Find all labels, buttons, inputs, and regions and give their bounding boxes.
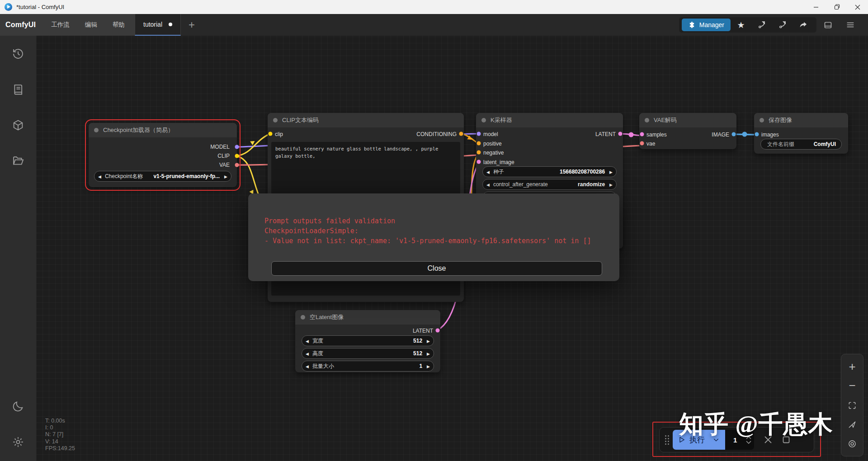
next-arrow-icon[interactable] <box>427 350 430 357</box>
node-save-image[interactable]: 保存图像 images 文件名前缀 ComfyUI <box>754 113 848 154</box>
ckpt-name-widget[interactable]: Checkpoint名称 v1-5-pruned-emaonly-fp... <box>94 171 231 182</box>
folder-open-icon <box>12 155 24 167</box>
maximize-button[interactable] <box>826 0 847 14</box>
collapse-dot-icon[interactable] <box>645 118 649 122</box>
next-arrow-icon[interactable] <box>427 338 430 344</box>
history-button[interactable] <box>0 41 36 66</box>
seed-widget[interactable]: 种子 156680208700286 <box>482 166 617 177</box>
bottom-panel-toggle[interactable] <box>816 20 839 30</box>
next-arrow-icon[interactable] <box>609 181 613 188</box>
batch-size-widget[interactable]: 批量大小 1 <box>302 361 434 372</box>
collapse-dot-icon[interactable] <box>273 118 278 122</box>
tab-tutorial[interactable]: tutorial <box>135 14 181 36</box>
filename-prefix-widget[interactable]: 文件名前缀 ComfyUI <box>760 139 842 150</box>
node-title: Checkpoint加载器（简易） <box>103 126 174 134</box>
model-library-button[interactable] <box>0 113 36 138</box>
input-port-latent-image[interactable] <box>477 160 481 164</box>
prev-arrow-icon[interactable] <box>306 363 309 369</box>
input-label-latent-image: latent_image <box>483 159 514 165</box>
prev-arrow-icon[interactable] <box>306 350 309 357</box>
output-label-latent: LATENT <box>413 328 433 334</box>
widget-label: Checkpoint名称 <box>105 173 143 180</box>
menu-item-workflow[interactable]: 工作流 <box>51 21 70 29</box>
node-checkpoint-loader[interactable]: Checkpoint加载器（简易） MODEL CLIP VAE Checkpo… <box>89 123 237 187</box>
widget-label: 高度 <box>312 350 323 358</box>
new-tab-button[interactable]: + <box>181 14 203 36</box>
next-arrow-icon[interactable] <box>609 169 613 175</box>
output-port-latent[interactable] <box>618 132 623 136</box>
stat-nodes: N: 7 [7] <box>45 431 75 438</box>
input-port-positive[interactable] <box>477 141 481 146</box>
stat-version: V: 14 <box>45 438 75 445</box>
history-icon <box>12 47 24 60</box>
input-port-samples[interactable] <box>640 132 644 136</box>
next-arrow-icon[interactable] <box>427 363 430 369</box>
toggle-links-button[interactable] <box>843 435 861 452</box>
menu-item-edit[interactable]: 编辑 <box>85 21 97 29</box>
close-window-button[interactable] <box>847 0 868 14</box>
widget-value: 512 <box>413 350 422 357</box>
zoom-out-button[interactable]: − <box>843 377 861 395</box>
drag-handle[interactable] <box>665 435 669 445</box>
collapse-dot-icon[interactable] <box>301 315 305 320</box>
input-port-clip[interactable] <box>269 132 273 136</box>
output-port-clip[interactable] <box>235 154 239 158</box>
width-widget[interactable]: 宽度 512 <box>302 335 434 346</box>
vacuum-button-1[interactable] <box>751 20 772 29</box>
settings-button[interactable] <box>0 429 36 455</box>
workflows-button[interactable] <box>0 148 36 174</box>
prev-arrow-icon[interactable] <box>486 169 490 175</box>
cube-icon <box>12 119 24 132</box>
prev-arrow-icon[interactable] <box>98 173 101 179</box>
collapse-dot-icon[interactable] <box>760 118 764 122</box>
output-port-conditioning[interactable] <box>459 132 463 136</box>
prev-arrow-icon[interactable] <box>486 181 490 188</box>
vacuum-button-2[interactable] <box>772 20 793 29</box>
minimize-button[interactable] <box>806 0 826 14</box>
minimize-icon <box>813 5 819 10</box>
fit-view-button[interactable] <box>843 397 861 414</box>
output-port-model[interactable] <box>235 145 239 149</box>
widget-value: 156680208700286 <box>560 169 605 175</box>
input-port-model[interactable] <box>477 132 481 136</box>
height-widget[interactable]: 高度 512 <box>302 348 434 359</box>
menu-item-help[interactable]: 帮助 <box>113 21 125 29</box>
manager-button[interactable]: Manager <box>682 19 731 31</box>
star-button[interactable]: ★ <box>731 20 751 30</box>
prev-arrow-icon[interactable] <box>306 338 309 344</box>
control-after-generate-widget[interactable]: control_after_generate randomize <box>482 179 617 190</box>
collapse-dot-icon[interactable] <box>481 118 486 122</box>
input-port-images[interactable] <box>755 132 759 136</box>
node-empty-latent[interactable]: 空Latent图像 LATENT 宽度 512 高度 512 批量大小 1 <box>295 310 440 372</box>
node-title: CLIP文本编码 <box>282 116 319 124</box>
output-port-image[interactable] <box>732 132 736 136</box>
error-dialog: Prompt outputs failed validation Checkpo… <box>248 193 619 281</box>
stat-iterations: I: 0 <box>45 424 75 431</box>
input-label-vae: vae <box>646 141 655 147</box>
dialog-close-button[interactable]: Close <box>271 261 602 276</box>
output-label-model: MODEL <box>210 144 230 150</box>
manager-label: Manager <box>699 21 724 28</box>
output-port-latent[interactable] <box>436 329 440 333</box>
queue-button[interactable] <box>0 77 36 102</box>
left-sidebar <box>0 36 36 461</box>
zoom-in-button[interactable]: + <box>843 358 861 375</box>
next-arrow-icon[interactable] <box>224 173 227 179</box>
output-label-latent: LATENT <box>595 131 616 137</box>
output-label-conditioning: CONDITIONING <box>416 131 457 137</box>
title-bar: *tutorial - ComfyUI <box>0 0 868 14</box>
plus-icon: + <box>189 19 195 31</box>
share-button[interactable] <box>793 20 814 29</box>
pan-mode-button[interactable] <box>843 416 861 433</box>
input-port-negative[interactable] <box>477 151 481 155</box>
tab-label: tutorial <box>143 21 162 28</box>
output-port-vae[interactable] <box>235 163 239 167</box>
input-port-vae[interactable] <box>640 141 644 146</box>
collapse-dot-icon[interactable] <box>94 128 99 132</box>
main-menu-button[interactable] <box>839 20 862 30</box>
panel-icon <box>823 20 833 30</box>
node-vae-decode[interactable]: VAE解码 samples vae IMAGE <box>639 113 736 149</box>
output-label-vae: VAE <box>219 162 230 168</box>
theme-toggle-button[interactable] <box>0 394 36 419</box>
widget-label: 文件名前缀 <box>767 141 794 148</box>
